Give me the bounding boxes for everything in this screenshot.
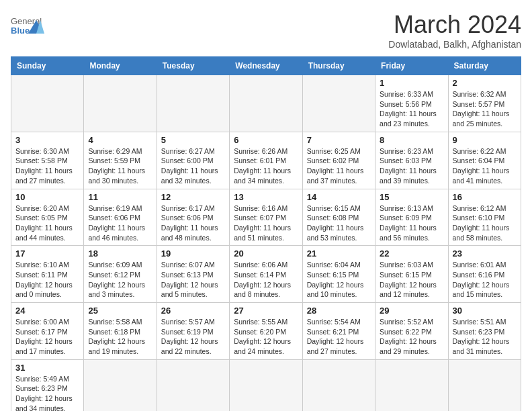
calendar-cell: 14Sunrise: 6:15 AM Sunset: 6:08 PM Dayli…: [302, 189, 375, 246]
day-number: 10: [15, 192, 79, 202]
calendar-cell: 2Sunrise: 6:32 AM Sunset: 5:57 PM Daylig…: [448, 75, 521, 132]
day-number: 4: [88, 135, 152, 145]
day-info: Sunrise: 5:58 AM Sunset: 6:18 PM Dayligh…: [88, 317, 152, 357]
month-title: March 2024: [388, 11, 521, 39]
calendar-cell: [157, 359, 229, 411]
day-number: 25: [88, 306, 152, 316]
day-info: Sunrise: 5:57 AM Sunset: 6:19 PM Dayligh…: [161, 317, 225, 357]
calendar-cell: 10Sunrise: 6:20 AM Sunset: 6:05 PM Dayli…: [11, 189, 84, 246]
day-number: 5: [161, 135, 225, 145]
title-area: March 2024 Dowlatabad, Balkh, Afghanista…: [388, 11, 521, 50]
calendar-cell: [230, 75, 302, 132]
day-number: 14: [307, 192, 371, 202]
calendar-cell: 6Sunrise: 6:26 AM Sunset: 6:01 PM Daylig…: [230, 132, 302, 189]
calendar-cell: [84, 75, 157, 132]
day-info: Sunrise: 6:07 AM Sunset: 6:13 PM Dayligh…: [161, 260, 225, 300]
day-info: Sunrise: 6:03 AM Sunset: 6:15 PM Dayligh…: [380, 260, 443, 300]
calendar-cell: [157, 75, 229, 132]
calendar-cell: 9Sunrise: 6:22 AM Sunset: 6:04 PM Daylig…: [448, 132, 521, 189]
day-number: 20: [234, 248, 298, 259]
week-row-4: 17Sunrise: 6:10 AM Sunset: 6:11 PM Dayli…: [11, 246, 521, 303]
calendar-header: General Blue March 2024 Dowlatabad, Balk…: [11, 11, 521, 50]
day-number: 23: [453, 248, 517, 259]
day-number: 16: [453, 192, 517, 202]
calendar-cell: 24Sunrise: 6:00 AM Sunset: 6:17 PM Dayli…: [11, 303, 84, 360]
day-info: Sunrise: 6:15 AM Sunset: 6:08 PM Dayligh…: [307, 203, 371, 243]
day-info: Sunrise: 6:25 AM Sunset: 6:02 PM Dayligh…: [307, 146, 371, 186]
day-info: Sunrise: 6:26 AM Sunset: 6:01 PM Dayligh…: [234, 146, 298, 186]
calendar-cell: 3Sunrise: 6:30 AM Sunset: 5:58 PM Daylig…: [11, 132, 84, 189]
day-number: 6: [234, 135, 298, 145]
week-row-1: 1Sunrise: 6:33 AM Sunset: 5:56 PM Daylig…: [11, 75, 521, 132]
calendar-cell: [230, 359, 302, 411]
col-header-saturday: Saturday: [448, 57, 521, 75]
day-info: Sunrise: 6:22 AM Sunset: 6:04 PM Dayligh…: [453, 146, 517, 186]
calendar-cell: 7Sunrise: 6:25 AM Sunset: 6:02 PM Daylig…: [302, 132, 375, 189]
day-number: 8: [380, 135, 443, 145]
day-info: Sunrise: 5:52 AM Sunset: 6:22 PM Dayligh…: [380, 317, 443, 357]
calendar-cell: [302, 75, 375, 132]
day-info: Sunrise: 6:13 AM Sunset: 6:09 PM Dayligh…: [380, 203, 443, 243]
day-number: 31: [15, 363, 79, 373]
calendar-cell: 8Sunrise: 6:23 AM Sunset: 6:03 PM Daylig…: [375, 132, 448, 189]
day-number: 22: [380, 248, 443, 259]
col-header-thursday: Thursday: [302, 57, 375, 75]
calendar-cell: 21Sunrise: 6:04 AM Sunset: 6:15 PM Dayli…: [302, 246, 375, 303]
col-header-sunday: Sunday: [11, 57, 84, 75]
day-number: 11: [88, 192, 152, 202]
day-number: 26: [161, 306, 225, 316]
day-number: 28: [307, 306, 371, 316]
day-info: Sunrise: 6:00 AM Sunset: 6:17 PM Dayligh…: [15, 317, 79, 357]
calendar-cell: 17Sunrise: 6:10 AM Sunset: 6:11 PM Dayli…: [11, 246, 84, 303]
calendar-cell: [302, 359, 375, 411]
calendar-cell: 23Sunrise: 6:01 AM Sunset: 6:16 PM Dayli…: [448, 246, 521, 303]
calendar-cell: [448, 359, 521, 411]
calendar-cell: 30Sunrise: 5:51 AM Sunset: 6:23 PM Dayli…: [448, 303, 521, 360]
day-number: 1: [380, 78, 443, 88]
logo-svg: General Blue: [11, 13, 44, 42]
calendar-cell: 22Sunrise: 6:03 AM Sunset: 6:15 PM Dayli…: [375, 246, 448, 303]
col-header-wednesday: Wednesday: [230, 57, 302, 75]
day-number: 18: [88, 248, 152, 259]
day-info: Sunrise: 6:09 AM Sunset: 6:12 PM Dayligh…: [88, 260, 152, 300]
col-header-monday: Monday: [84, 57, 157, 75]
location-subtitle: Dowlatabad, Balkh, Afghanistan: [388, 39, 521, 50]
calendar-cell: 4Sunrise: 6:29 AM Sunset: 5:59 PM Daylig…: [84, 132, 157, 189]
day-info: Sunrise: 6:33 AM Sunset: 5:56 PM Dayligh…: [380, 89, 443, 129]
col-header-tuesday: Tuesday: [157, 57, 229, 75]
week-row-3: 10Sunrise: 6:20 AM Sunset: 6:05 PM Dayli…: [11, 189, 521, 246]
calendar-cell: 1Sunrise: 6:33 AM Sunset: 5:56 PM Daylig…: [375, 75, 448, 132]
calendar-table: SundayMondayTuesdayWednesdayThursdayFrid…: [11, 56, 521, 411]
day-info: Sunrise: 6:23 AM Sunset: 6:03 PM Dayligh…: [380, 146, 443, 186]
day-number: 13: [234, 192, 298, 202]
day-number: 21: [307, 248, 371, 259]
day-number: 2: [453, 78, 517, 88]
day-info: Sunrise: 6:30 AM Sunset: 5:58 PM Dayligh…: [15, 146, 79, 186]
week-row-2: 3Sunrise: 6:30 AM Sunset: 5:58 PM Daylig…: [11, 132, 521, 189]
col-header-friday: Friday: [375, 57, 448, 75]
day-number: 17: [15, 248, 79, 259]
calendar-cell: 25Sunrise: 5:58 AM Sunset: 6:18 PM Dayli…: [84, 303, 157, 360]
day-number: 30: [453, 306, 517, 316]
calendar-cell: 18Sunrise: 6:09 AM Sunset: 6:12 PM Dayli…: [84, 246, 157, 303]
calendar-cell: [11, 75, 84, 132]
week-row-6: 31Sunrise: 5:49 AM Sunset: 6:23 PM Dayli…: [11, 359, 521, 411]
calendar-cell: 15Sunrise: 6:13 AM Sunset: 6:09 PM Dayli…: [375, 189, 448, 246]
calendar-cell: 28Sunrise: 5:54 AM Sunset: 6:21 PM Dayli…: [302, 303, 375, 360]
day-info: Sunrise: 5:51 AM Sunset: 6:23 PM Dayligh…: [453, 317, 517, 357]
day-info: Sunrise: 6:12 AM Sunset: 6:10 PM Dayligh…: [453, 203, 517, 243]
day-info: Sunrise: 6:20 AM Sunset: 6:05 PM Dayligh…: [15, 203, 79, 243]
day-info: Sunrise: 6:27 AM Sunset: 6:00 PM Dayligh…: [161, 146, 225, 186]
day-info: Sunrise: 5:49 AM Sunset: 6:23 PM Dayligh…: [15, 374, 79, 411]
calendar-cell: 31Sunrise: 5:49 AM Sunset: 6:23 PM Dayli…: [11, 359, 84, 411]
calendar-cell: 27Sunrise: 5:55 AM Sunset: 6:20 PM Dayli…: [230, 303, 302, 360]
day-number: 19: [161, 248, 225, 259]
calendar-cell: 16Sunrise: 6:12 AM Sunset: 6:10 PM Dayli…: [448, 189, 521, 246]
calendar-cell: 11Sunrise: 6:19 AM Sunset: 6:06 PM Dayli…: [84, 189, 157, 246]
day-info: Sunrise: 6:32 AM Sunset: 5:57 PM Dayligh…: [453, 89, 517, 129]
day-info: Sunrise: 6:06 AM Sunset: 6:14 PM Dayligh…: [234, 260, 298, 300]
calendar-header-row: SundayMondayTuesdayWednesdayThursdayFrid…: [11, 57, 521, 75]
svg-text:Blue: Blue: [11, 26, 30, 36]
day-info: Sunrise: 6:16 AM Sunset: 6:07 PM Dayligh…: [234, 203, 298, 243]
day-number: 15: [380, 192, 443, 202]
